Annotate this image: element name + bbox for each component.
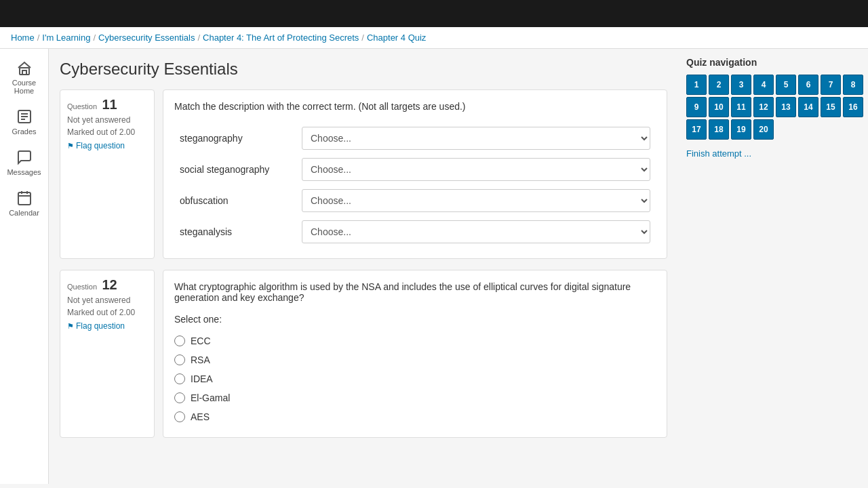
nav-btn-7[interactable]: 7	[821, 75, 841, 95]
select-cell-steganalysis: Choose...	[296, 216, 656, 247]
q11-label: Question 11	[67, 97, 147, 113]
nav-btn-16[interactable]: 16	[843, 97, 863, 117]
match-table: steganography Choose... social steganogr…	[174, 123, 656, 247]
question-11-row: Question 11 Not yet answered Marked out …	[60, 89, 667, 259]
q12-label: Question 12	[67, 277, 147, 293]
nav-btn-6[interactable]: 6	[798, 75, 818, 95]
sep3: /	[197, 33, 200, 43]
breadcrumb-learning[interactable]: I'm Learning	[42, 33, 90, 43]
messages-icon	[16, 149, 33, 165]
radio-elgamal[interactable]	[174, 392, 185, 403]
home-icon	[16, 60, 33, 76]
radio-idea[interactable]	[174, 373, 185, 384]
nav-btn-13[interactable]: 13	[776, 97, 796, 117]
sidebar-item-grades[interactable]: Grades	[0, 103, 48, 141]
nav-btn-14[interactable]: 14	[798, 97, 818, 117]
sep4: /	[361, 33, 364, 43]
sidebar-item-calendar[interactable]: Calendar	[0, 184, 48, 222]
nav-btn-11[interactable]: 11	[731, 97, 751, 117]
breadcrumb-quiz[interactable]: Chapter 4 Quiz	[367, 33, 426, 43]
label-elgamal: El-Gamal	[191, 392, 230, 403]
right-panel: Quiz navigation 123456789101112131415161…	[678, 49, 868, 484]
radio-option-ecc: ECC	[174, 331, 656, 350]
page-title: Cybersecurity Essentials	[60, 60, 667, 79]
select-steganography[interactable]: Choose...	[302, 127, 650, 150]
q12-status: Not yet answered	[67, 296, 147, 305]
radio-ecc[interactable]	[174, 336, 185, 346]
nav-btn-5[interactable]: 5	[776, 75, 796, 95]
select-cell-social: Choose...	[296, 154, 656, 185]
nav-btn-15[interactable]: 15	[821, 97, 841, 117]
q11-mark: Marked out of 2.00	[67, 127, 147, 137]
question-11-main: Match the description with the correct t…	[163, 89, 667, 259]
term-steganalysis: steganalysis	[174, 216, 296, 247]
sidebar: Course Home Grades Messages	[0, 49, 49, 484]
svg-rect-1	[22, 70, 26, 75]
nav-btn-8[interactable]: 8	[843, 75, 863, 95]
q11-text: Match the description with the correct t…	[174, 101, 656, 112]
nav-btn-2[interactable]: 2	[709, 75, 729, 95]
sep2: /	[93, 33, 96, 43]
sidebar-label-home: Course Home	[3, 79, 45, 95]
q11-flag-button[interactable]: ⚑ Flag question	[67, 141, 147, 150]
table-row: steganalysis Choose...	[174, 216, 656, 247]
sidebar-item-messages[interactable]: Messages	[0, 144, 48, 182]
breadcrumb: Home / I'm Learning / Cybersecurity Esse…	[0, 27, 868, 49]
nav-btn-1[interactable]: 1	[686, 75, 707, 95]
q12-mark: Marked out of 2.00	[67, 308, 147, 317]
finish-attempt-link[interactable]: Finish attempt ...	[686, 148, 751, 159]
question-12-main: What cryptographic algorithm is used by …	[163, 270, 667, 438]
nav-btn-20[interactable]: 20	[753, 119, 774, 140]
nav-btn-12[interactable]: 12	[753, 97, 774, 117]
breadcrumb-home[interactable]: Home	[11, 33, 35, 43]
select-social-steganography[interactable]: Choose...	[302, 158, 650, 181]
sep1: /	[37, 33, 40, 43]
breadcrumb-course[interactable]: Cybersecurity Essentials	[98, 33, 195, 43]
main-layout: Course Home Grades Messages	[0, 49, 868, 484]
nav-btn-9[interactable]: 9	[686, 97, 707, 117]
nav-btn-18[interactable]: 18	[709, 119, 729, 140]
radio-option-aes: AES	[174, 407, 656, 426]
breadcrumb-chapter[interactable]: Chapter 4: The Art of Protecting Secrets	[203, 33, 359, 43]
select-steganalysis[interactable]: Choose...	[302, 220, 650, 243]
term-obfuscation: obfuscation	[174, 185, 296, 216]
question-12-sidebar: Question 12 Not yet answered Marked out …	[60, 270, 155, 438]
sidebar-item-course-home[interactable]: Course Home	[0, 54, 48, 100]
nav-btn-10[interactable]: 10	[709, 97, 729, 117]
quiz-nav-title: Quiz navigation	[686, 57, 860, 68]
sidebar-label-messages: Messages	[7, 168, 41, 176]
label-ecc: ECC	[191, 336, 211, 346]
top-bar	[0, 0, 868, 27]
radio-aes[interactable]	[174, 411, 185, 422]
select-obfuscation[interactable]: Choose...	[302, 189, 650, 212]
select-cell-obfus: Choose...	[296, 185, 656, 216]
nav-btn-19[interactable]: 19	[731, 119, 751, 140]
nav-btn-3[interactable]: 3	[731, 75, 751, 95]
radio-rsa[interactable]	[174, 354, 185, 365]
svg-rect-6	[18, 192, 31, 205]
question-12-row: Question 12 Not yet answered Marked out …	[60, 270, 667, 438]
label-aes: AES	[191, 411, 210, 422]
calendar-icon	[16, 190, 33, 206]
select-one-label: Select one:	[174, 314, 656, 325]
radio-option-idea: IDEA	[174, 369, 656, 388]
term-steganography: steganography	[174, 123, 296, 154]
question-11-sidebar: Question 11 Not yet answered Marked out …	[60, 89, 155, 259]
term-social-steg: social steganography	[174, 154, 296, 185]
content-area: Cybersecurity Essentials Question 11 Not…	[49, 49, 678, 484]
label-idea: IDEA	[191, 373, 213, 384]
table-row: obfuscation Choose...	[174, 185, 656, 216]
sidebar-label-grades: Grades	[12, 127, 36, 136]
quiz-nav-grid: 1234567891011121314151617181920	[686, 75, 860, 140]
table-row: social steganography Choose...	[174, 154, 656, 185]
label-rsa: RSA	[191, 354, 210, 365]
select-cell-steg: Choose...	[296, 123, 656, 154]
sidebar-label-calendar: Calendar	[9, 209, 39, 217]
q11-status: Not yet answered	[67, 115, 147, 125]
grades-icon	[16, 108, 33, 125]
q12-flag-button[interactable]: ⚑ Flag question	[67, 321, 147, 331]
table-row: steganography Choose...	[174, 123, 656, 154]
nav-btn-4[interactable]: 4	[753, 75, 774, 95]
nav-btn-17[interactable]: 17	[686, 119, 707, 140]
radio-option-elgamal: El-Gamal	[174, 388, 656, 407]
